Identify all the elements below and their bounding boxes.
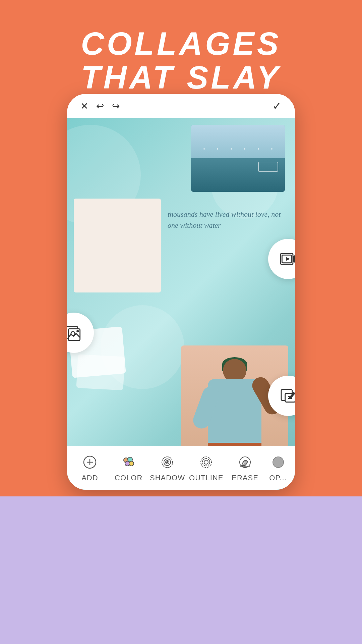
ocean-photo-card[interactable] xyxy=(191,125,285,192)
boat-dot xyxy=(271,148,273,150)
erase-icon xyxy=(236,453,254,471)
ocean-railing xyxy=(258,162,278,172)
boat-dot xyxy=(258,148,259,150)
color-icon xyxy=(120,453,137,471)
sticker-icon xyxy=(279,386,295,405)
svg-marker-3 xyxy=(286,257,290,261)
video-icon xyxy=(279,250,295,268)
opacity-icon xyxy=(269,453,287,471)
color-label: COLOR xyxy=(115,474,142,482)
boat-dot xyxy=(203,148,205,150)
topbar-left: ✕ ↩ ↪ xyxy=(80,101,120,112)
svg-point-22 xyxy=(202,459,210,466)
boat-dot xyxy=(217,148,218,150)
collage-canvas: thousands have lived without love, not o… xyxy=(67,118,295,490)
title-line2: THAT SLAY xyxy=(0,61,362,95)
toolbar-item-color[interactable]: COLOR xyxy=(109,449,148,486)
svg-point-20 xyxy=(167,462,168,463)
bottom-section xyxy=(0,496,362,644)
redo-icon[interactable]: ↪ xyxy=(112,101,120,112)
toolbar-item-opacity[interactable]: OP... xyxy=(264,449,292,486)
opacity-label: OP... xyxy=(269,474,287,482)
shadow-label: SHADOW xyxy=(150,474,185,482)
add-label: ADD xyxy=(81,474,98,482)
svg-point-26 xyxy=(273,457,284,468)
phone-toolbar: ADD COLOR xyxy=(67,446,295,490)
ocean-scene xyxy=(191,125,285,192)
phone-mockup: ✕ ↩ ↪ ✓ xyxy=(67,94,295,490)
close-icon[interactable]: ✕ xyxy=(80,101,88,112)
confirm-icon[interactable]: ✓ xyxy=(273,100,282,112)
phone-topbar: ✕ ↩ ↪ ✓ xyxy=(67,94,295,118)
title-line1: COLLAGES xyxy=(0,27,362,61)
undo-icon[interactable]: ↩ xyxy=(96,101,104,112)
svg-point-23 xyxy=(204,460,208,464)
outline-icon xyxy=(197,453,215,471)
top-section: COLLAGES THAT SLAY ✕ ↩ ↪ ✓ xyxy=(0,0,362,496)
outline-label: OUTLINE xyxy=(189,474,223,482)
add-icon xyxy=(81,453,99,471)
boat-dot xyxy=(244,148,245,150)
toolbar-item-erase[interactable]: ERASE xyxy=(226,449,264,486)
toolbar-item-shadow[interactable]: SHADOW xyxy=(148,449,187,486)
erase-label: ERASE xyxy=(232,474,258,482)
toolbar-item-outline[interactable]: OUTLINE xyxy=(187,449,226,486)
svg-point-16 xyxy=(129,461,134,466)
white-brush-stroke-2 xyxy=(76,354,125,390)
text-card[interactable] xyxy=(74,199,161,292)
boat-dot xyxy=(231,148,232,150)
shadow-icon xyxy=(159,453,176,471)
ocean-boats xyxy=(191,148,285,150)
svg-point-7 xyxy=(76,330,79,332)
quote-text: thousands have lived without love, not o… xyxy=(168,209,288,231)
app-title: COLLAGES THAT SLAY xyxy=(0,0,362,95)
toolbar-item-add[interactable]: ADD xyxy=(70,449,109,486)
gallery-icon xyxy=(67,323,83,342)
